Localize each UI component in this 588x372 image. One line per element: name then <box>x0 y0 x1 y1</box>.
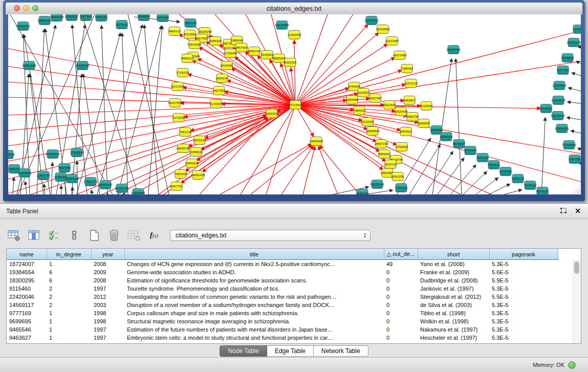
graph-edge[interactable] <box>61 186 61 194</box>
graph-edge[interactable] <box>97 25 142 194</box>
graph-edge[interactable] <box>455 59 462 194</box>
table-cell[interactable]: 1998 <box>91 317 124 325</box>
table-cell[interactable]: 2 <box>47 301 91 309</box>
table-cell[interactable]: de Silva et al. (2003) <box>418 301 489 309</box>
function-builder-icon[interactable]: f(x) <box>147 228 161 243</box>
table-cell[interactable]: 0 <box>384 293 418 301</box>
close-panel-icon[interactable]: ✕ <box>575 207 581 215</box>
table-cell[interactable]: 5.9E-5 <box>489 276 558 285</box>
table-cell[interactable]: 0 <box>384 334 418 342</box>
float-panel-icon[interactable] <box>559 207 568 215</box>
table-cell[interactable]: 5.3E-5 <box>489 301 558 309</box>
table-cell[interactable]: 0 <box>384 301 418 309</box>
table-cell[interactable]: Genome-wide association studies in ADHD. <box>124 268 384 276</box>
graph-edge[interactable] <box>128 14 169 194</box>
graph-edge[interactable] <box>294 40 295 105</box>
graph-edge[interactable] <box>8 105 295 130</box>
table-cell[interactable]: Embryonic stem cells: a model to study s… <box>124 334 384 342</box>
table-vertical-scrollbar[interactable] <box>573 260 581 343</box>
table-cell[interactable]: 49 <box>384 260 418 269</box>
table-row[interactable]: 946554611997Estimation of the future num… <box>7 325 558 334</box>
table-cell[interactable]: 2008 <box>91 260 124 269</box>
table-cell[interactable]: 1997 <box>91 325 124 334</box>
graph-edge[interactable] <box>320 146 359 194</box>
column-header-pagerank[interactable]: pagerank <box>489 249 558 260</box>
table-cell[interactable]: Tibbo et al. (1998) <box>418 309 489 317</box>
table-cell[interactable]: 9465546 <box>7 325 47 334</box>
graph-edge[interactable] <box>504 190 521 194</box>
delete-table-icon[interactable] <box>107 228 121 243</box>
table-cell[interactable]: 5.6E-5 <box>489 268 558 276</box>
memory-status-indicator[interactable] <box>568 361 576 369</box>
tab-edge-table[interactable]: Edge Table <box>267 345 314 357</box>
table-row[interactable]: 977716911998Corpus callosum shape and si… <box>7 309 558 317</box>
table-cell[interactable]: Structural magnetic resonance image aver… <box>124 317 384 325</box>
table-cell[interactable]: 1 <box>47 334 91 342</box>
graph-edge[interactable] <box>572 73 581 76</box>
row-height-icon[interactable] <box>67 228 81 243</box>
close-window-button[interactable] <box>14 5 20 11</box>
table-cell[interactable]: Wolkin et al. (1998) <box>418 317 489 325</box>
table-cell[interactable]: Changes of HCN gene expression and I(f) … <box>124 260 384 269</box>
table-cell[interactable]: 9115460 <box>7 285 47 293</box>
table-cell[interactable]: Dudbridge et al. (2008) <box>418 276 489 285</box>
graph-edge[interactable] <box>450 165 476 194</box>
table-settings-icon[interactable] <box>7 228 21 243</box>
minimize-window-button[interactable] <box>23 5 29 11</box>
graph-edge[interactable] <box>18 14 95 194</box>
table-cell[interactable]: Stergiakouli et al. (2012) <box>418 293 489 301</box>
network-canvas[interactable]: 1403557220891406160430901065328715276026… <box>8 14 581 194</box>
table-cell[interactable]: Nakamura et al. (1997) <box>418 325 489 334</box>
graph-edge[interactable] <box>541 118 545 194</box>
table-row[interactable]: 1456911722003Disruption of a novel membe… <box>7 301 558 309</box>
graph-edge[interactable] <box>188 74 295 105</box>
column-header-short[interactable]: short <box>418 249 489 260</box>
graph-edge[interactable] <box>72 187 73 194</box>
graph-edge[interactable] <box>8 67 295 105</box>
table-cell[interactable]: Estimation of the future numbers of pati… <box>124 325 384 334</box>
window-titlebar[interactable]: citations_edges.txt <box>6 3 582 15</box>
graph-edge[interactable] <box>232 68 295 105</box>
table-cell[interactable]: 1 <box>47 317 91 325</box>
table-cell[interactable]: 2009 <box>91 268 124 276</box>
graph-edge[interactable] <box>82 14 138 194</box>
table-cell[interactable]: 5.3E-5 <box>489 285 558 293</box>
tab-network-table[interactable]: Network Table <box>314 345 368 357</box>
table-row[interactable]: 1830029562008Estimation of significance … <box>7 276 558 285</box>
new-table-icon[interactable] <box>87 228 101 243</box>
scrollbar-thumb[interactable] <box>574 261 579 274</box>
graph-edge[interactable] <box>251 145 312 194</box>
table-cell[interactable]: Hescheler et al. (1997) <box>418 334 489 342</box>
table-cell[interactable]: 5.3E-5 <box>489 334 558 342</box>
table-cell[interactable]: 0 <box>384 276 418 285</box>
graph-edge[interactable] <box>197 105 295 161</box>
table-cell[interactable]: 5.3E-5 <box>489 317 558 325</box>
table-cell[interactable]: 5.3E-5 <box>489 309 558 317</box>
table-cell[interactable]: 0 <box>384 325 418 334</box>
table-cell[interactable]: 5.5E-5 <box>489 293 558 301</box>
table-cell[interactable]: 14569117 <box>7 301 47 309</box>
table-row[interactable]: 1872400712008Changes of HCN gene express… <box>7 260 558 269</box>
table-cell[interactable]: Estimation of significance thresholds fo… <box>124 276 384 285</box>
tab-node-table[interactable]: Node Table <box>220 345 267 357</box>
column-header-in-degree[interactable]: in_degree <box>47 249 91 260</box>
table-cell[interactable]: Investigating the contribution of common… <box>124 293 384 301</box>
table-cell[interactable]: 2008 <box>91 276 124 285</box>
graph-edge[interactable] <box>122 33 128 194</box>
table-cell[interactable]: 5.3E-5 <box>489 260 558 269</box>
table-cell[interactable]: Franke et al. (2009) <box>418 268 489 276</box>
table-row[interactable]: 2242004622012Investigating the contribut… <box>7 293 558 301</box>
graph-edge[interactable] <box>31 115 267 194</box>
graph-edge[interactable] <box>571 130 581 133</box>
table-cell[interactable]: 5.3E-5 <box>489 325 558 334</box>
table-cell[interactable]: Tourette syndrome. Phenomenology and cla… <box>124 285 384 293</box>
table-cell[interactable]: 0 <box>384 285 418 293</box>
table-row[interactable]: 1938455462009Genome-wide association stu… <box>7 268 558 276</box>
graph-edge[interactable] <box>241 105 295 194</box>
table-cell[interactable]: Disruption of a novel member of a sodium… <box>124 301 384 309</box>
table-cell[interactable]: 1997 <box>91 285 124 293</box>
graph-edge[interactable] <box>8 82 295 105</box>
graph-edge[interactable] <box>92 190 92 194</box>
table-cell[interactable]: 1998 <box>91 309 124 317</box>
graph-edge[interactable] <box>303 147 315 194</box>
